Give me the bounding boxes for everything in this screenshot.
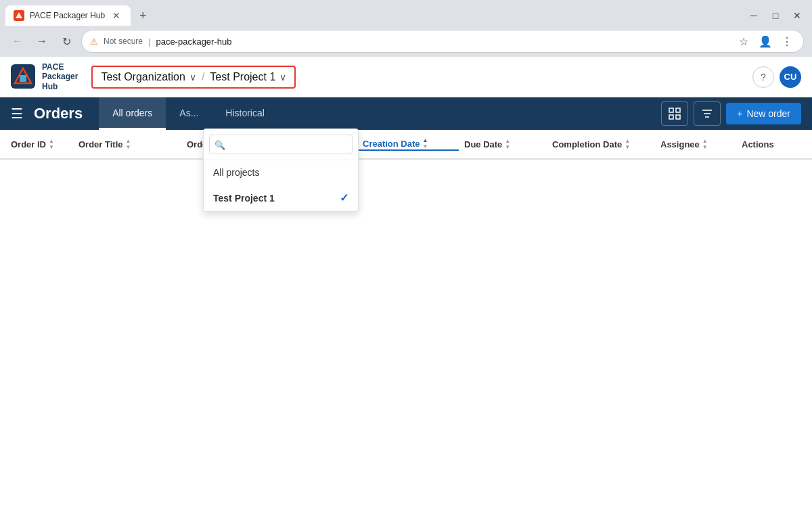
column-header-order-title[interactable]: Order Title ▲ ▼ — [73, 139, 181, 150]
svg-rect-4 — [669, 108, 673, 112]
completion-date-sort-icon: ▲ ▼ — [625, 139, 630, 150]
svg-rect-6 — [669, 115, 673, 119]
creation-date-label: Creation Date — [363, 139, 420, 149]
nav-bar: ☰ Orders All orders As... Historical — [0, 97, 812, 130]
dropdown-search-input[interactable] — [209, 135, 353, 154]
dropdown-search-icon: 🔍 — [215, 139, 225, 149]
breadcrumb-separator: / — [202, 71, 204, 83]
svg-rect-7 — [676, 115, 680, 119]
org-chevron-icon: ∨ — [189, 72, 196, 83]
project-name-label: Test Project 1 — [210, 71, 275, 83]
new-tab-button[interactable]: + — [133, 6, 152, 25]
orders-table: Order ID ▲ ▼ Order Title ▲ ▼ Order Type … — [0, 130, 812, 160]
svg-marker-0 — [16, 12, 22, 18]
tab-favicon — [14, 10, 24, 21]
browser-tab[interactable]: PACE Packager Hub ✕ — [5, 5, 131, 26]
back-button[interactable]: ← — [8, 32, 27, 51]
hamburger-menu-button[interactable]: ☰ — [11, 106, 23, 122]
forward-button[interactable]: → — [32, 32, 51, 51]
column-header-due-date[interactable]: Due Date ▲ ▼ — [459, 139, 547, 150]
tab-title: PACE Packager Hub — [30, 11, 105, 20]
avatar-text: CU — [784, 72, 797, 82]
help-icon: ? — [761, 72, 766, 83]
tab-all-orders[interactable]: All orders — [99, 97, 166, 130]
minimize-button[interactable]: ─ — [744, 9, 763, 22]
organization-selector[interactable]: Test Organization ∨ — [101, 71, 196, 83]
all-projects-label: All projects — [213, 167, 259, 178]
new-order-icon: + — [737, 108, 742, 119]
maximize-button[interactable]: □ — [766, 9, 785, 22]
due-date-sort-icon: ▲ ▼ — [505, 139, 510, 150]
test-project-1-label: Test Project 1 — [213, 193, 275, 204]
dropdown-item-test-project-1[interactable]: Test Project 1 ✓ — [204, 185, 358, 211]
not-secure-label: Not secure — [104, 37, 143, 46]
bookmark-icon[interactable]: ☆ — [736, 33, 752, 49]
column-header-actions: Actions — [736, 139, 804, 149]
tab-historical[interactable]: Historical — [212, 97, 278, 130]
tab-historical-label: Historical — [225, 108, 265, 118]
reload-button[interactable]: ↻ — [57, 32, 76, 51]
breadcrumb: Test Organization ∨ / Test Project 1 ∨ — [91, 66, 296, 89]
table-header: Order ID ▲ ▼ Order Title ▲ ▼ Order Type … — [0, 130, 812, 160]
column-header-creation-date[interactable]: Creation Date ▲ ▼ — [357, 138, 459, 151]
selected-check-icon: ✓ — [340, 191, 348, 204]
page-title: Orders — [34, 105, 83, 122]
app-header: PACE Packager Hub Test Organization ∨ / … — [0, 57, 812, 97]
menu-icon[interactable]: ⋮ — [779, 33, 795, 49]
dropdown-item-all-projects[interactable]: All projects — [204, 160, 358, 185]
logo-icon — [11, 64, 35, 89]
address-separator: | — [148, 37, 150, 47]
new-order-label: New order — [746, 108, 790, 119]
project-chevron-icon: ∨ — [279, 72, 286, 83]
profile-icon[interactable]: 👤 — [757, 33, 773, 49]
order-id-label: Order ID — [11, 139, 46, 149]
project-dropdown-menu: 🔍 All projects Test Project 1 ✓ — [203, 128, 359, 212]
tab-close-button[interactable]: ✕ — [110, 9, 122, 22]
security-warning-icon: ⚠ — [90, 37, 98, 47]
avatar[interactable]: CU — [780, 66, 801, 88]
svg-rect-5 — [676, 108, 680, 112]
creation-date-sort-icon: ▲ ▼ — [423, 138, 428, 149]
order-id-sort-icon: ▲ ▼ — [49, 139, 54, 150]
column-header-assignee[interactable]: Assignee ▲ ▼ — [655, 139, 736, 150]
tab-assigned-label: As... — [179, 108, 198, 118]
org-name-label: Test Organization — [101, 71, 185, 83]
close-button[interactable]: ✕ — [788, 9, 807, 22]
order-title-label: Order Title — [78, 139, 123, 149]
new-order-button[interactable]: + New order — [726, 103, 801, 124]
logo-text: PACE Packager Hub — [42, 62, 78, 91]
column-header-order-id[interactable]: Order ID ▲ ▼ — [5, 139, 73, 150]
actions-label: Actions — [742, 139, 774, 149]
address-bar[interactable]: ⚠ Not secure | pace-packager-hub ☆ 👤 ⋮ — [81, 30, 804, 53]
address-bar-actions: ☆ 👤 ⋮ — [736, 33, 795, 49]
completion-date-label: Completion Date — [552, 139, 622, 149]
svg-rect-3 — [20, 75, 26, 82]
search-input-wrap: 🔍 — [209, 135, 353, 154]
order-title-sort-icon: ▲ ▼ — [126, 139, 131, 150]
url-display: pace-packager-hub — [156, 37, 231, 47]
tab-assigned[interactable]: As... — [166, 97, 212, 130]
grid-view-icon — [669, 108, 681, 120]
dropdown-search-container: 🔍 — [204, 129, 358, 160]
tab-all-orders-label: All orders — [112, 108, 152, 118]
due-date-label: Due Date — [464, 139, 502, 149]
view-toggle-button[interactable] — [661, 101, 688, 126]
project-selector[interactable]: Test Project 1 ∨ — [210, 71, 286, 83]
column-header-completion-date[interactable]: Completion Date ▲ ▼ — [547, 139, 655, 150]
assignee-sort-icon: ▲ ▼ — [702, 139, 708, 150]
filter-button[interactable] — [694, 101, 721, 126]
app-logo: PACE Packager Hub — [11, 62, 78, 91]
help-button[interactable]: ? — [752, 66, 774, 88]
assignee-label: Assignee — [660, 139, 700, 149]
filter-icon — [701, 108, 713, 120]
